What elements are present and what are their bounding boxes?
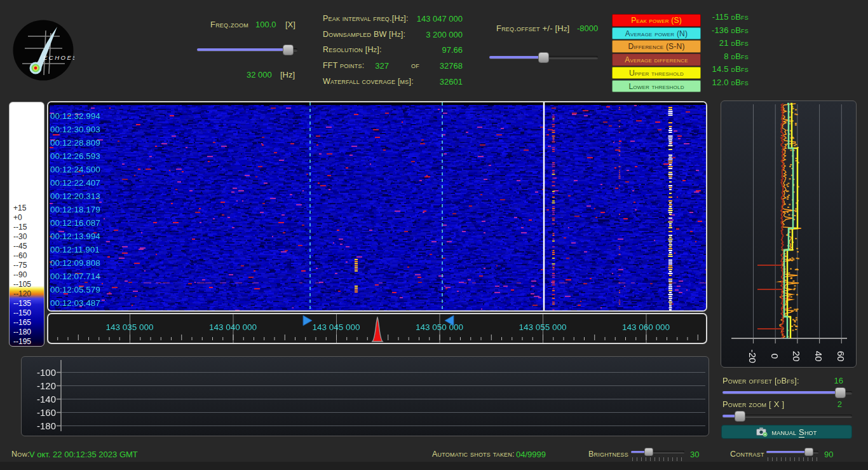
contrast-ticks — [768, 457, 818, 461]
power-zoom-slider[interactable] — [722, 411, 852, 422]
stat-label: Downsampled BW [Hz]: — [323, 30, 405, 39]
legend-button-upper-threshold[interactable]: Upper threshold — [612, 67, 701, 79]
freq-span-value: 32 000 — [247, 70, 272, 79]
waterfall-timestamp: 00:12:24.500 — [50, 165, 100, 174]
frequency-axis-panel[interactable]: 143 035 000143 040 000143 045 000143 050… — [47, 313, 707, 344]
side-tick-label: -20 — [748, 345, 758, 368]
slider-track[interactable] — [631, 451, 684, 453]
slider-fill — [722, 391, 840, 394]
scale-label: --120 — [13, 290, 43, 298]
stat-value: 97.66 — [442, 45, 463, 55]
scale-label: --195 — [13, 338, 43, 346]
shots-taken-label: Automatic shots taken: — [432, 450, 515, 459]
freq-zoom-value: 100.0 — [255, 20, 276, 29]
contrast-value: 90 — [824, 450, 833, 459]
freq-zoom-slider[interactable] — [197, 45, 297, 55]
frequency-tick-label: 143 040 000 — [205, 322, 262, 332]
scale-label: +0 — [13, 214, 43, 222]
legend-button-lower-threshold[interactable]: Lower threshold — [612, 80, 701, 93]
waterfall-timestamp: 00:12:30.903 — [50, 125, 100, 134]
manual-shot-button[interactable]: manual Shot — [721, 425, 852, 439]
slider-handle[interactable] — [835, 387, 846, 398]
stat-mid: of — [411, 61, 419, 70]
scale-label: --45 — [13, 242, 43, 251]
stat-value: 3 200 000 — [426, 30, 463, 39]
slider-track[interactable] — [197, 48, 297, 51]
legend-value: -136 dBfs — [702, 25, 749, 35]
slider-handle[interactable] — [735, 411, 745, 422]
legend-value: -115 dBfs — [702, 12, 749, 22]
slider-fill — [489, 56, 544, 59]
scale-label: --135 — [13, 300, 43, 308]
slider-track[interactable] — [722, 391, 852, 394]
freq-zoom-label: Freq.zoom — [210, 20, 248, 29]
scale-label: +15 — [13, 204, 43, 212]
scale-label: --180 — [13, 328, 43, 336]
legend-button-peak-power-s-[interactable]: Peak power (S) — [612, 14, 701, 27]
waterfall-timestamp: 00:12:18.179 — [50, 205, 100, 214]
power-tick-label: -140 — [22, 394, 56, 404]
stat-label: FFT points: — [323, 61, 364, 70]
waterfall-timestamp: 00:12:26.593 — [50, 152, 100, 161]
shot-range-right-arrow[interactable] — [302, 315, 313, 326]
power-zoom-value: 2 — [722, 399, 842, 409]
brightness-slider[interactable] — [631, 448, 684, 457]
scale-label: --75 — [13, 261, 43, 270]
scale-label: --150 — [13, 309, 43, 317]
freq-zoom-unit: [X] — [285, 20, 295, 29]
contrast-slider[interactable] — [766, 448, 818, 457]
power-offset-slider[interactable] — [722, 387, 852, 398]
side-tick-label: 20 — [792, 345, 802, 368]
now-value: V окт. 22 00:12:35 2023 GMT — [29, 450, 138, 459]
slider-handle[interactable] — [538, 52, 549, 63]
legend-value: 12.0 dBfs — [702, 78, 749, 87]
slider-handle[interactable] — [804, 448, 813, 456]
stat-value: 143 047 000 — [417, 14, 463, 24]
legend-button-average-power-n-[interactable]: Average power (N) — [612, 27, 701, 40]
slider-handle[interactable] — [644, 448, 653, 456]
legend-button-difference-s-n-[interactable]: Difference (S-N) — [612, 40, 701, 53]
brightness-ticks — [632, 457, 684, 461]
stats-panel: Peak interval freq.[Hz]:143 047 000Downs… — [323, 10, 463, 90]
freq-offset-label: Freq.offset +/- [Hz] — [496, 24, 569, 33]
legend-value: 14.5 dBfs — [702, 64, 749, 74]
shot-range-left-arrow[interactable] — [444, 315, 455, 326]
slider-fill — [766, 451, 809, 453]
side-spectrum-labels: -200204060 — [721, 101, 856, 367]
scale-label: --165 — [13, 319, 43, 327]
frequency-tick-label: 143 060 000 — [618, 322, 675, 332]
freq-offset-slider[interactable] — [489, 52, 598, 63]
waterfall-timestamp: 00:12:03.487 — [50, 299, 100, 308]
frequency-tick-label: 143 035 000 — [101, 322, 158, 332]
stat-value: 327 — [375, 61, 389, 71]
dbfs-color-scale: +15+0--15--30--45--60--75--90--105--120-… — [9, 102, 44, 347]
power-plot-labels: -100-120-140-160-180 — [22, 357, 709, 436]
logo-text: ECHOES — [43, 54, 74, 61]
bottom-strip — [0, 462, 868, 470]
waterfall-timestamps: 00:12:32.99400:12:30.90300:12:28.80900:1… — [48, 102, 706, 310]
freq-offset-value: -8000 — [577, 24, 598, 33]
power-tick-label: -180 — [22, 420, 56, 431]
legend-button-average-difference[interactable]: Average difference — [612, 53, 701, 66]
stat-value: 32601 — [440, 77, 463, 86]
scale-label: --105 — [13, 280, 43, 289]
waterfall-timestamp: 00:12:32.994 — [50, 112, 100, 121]
waterfall-timestamp: 00:12:07.714 — [50, 272, 100, 281]
waterfall-timestamp: 00:12:28.809 — [50, 139, 100, 148]
stat-label: Resolution [Hz]: — [323, 45, 382, 54]
side-tick-label: 40 — [814, 345, 824, 368]
stat-label: Peak interval freq.[Hz]: — [323, 14, 409, 23]
frequency-axis-labels: 143 035 000143 040 000143 045 000143 050… — [48, 314, 706, 343]
now-label: Now: — [11, 450, 30, 459]
frequency-tick-label: 143 045 000 — [308, 322, 365, 332]
echoes-logo: ECHOES — [13, 18, 74, 84]
frequency-tick-label: 143 055 000 — [514, 322, 571, 332]
power-tick-label: -160 — [22, 407, 56, 417]
waterfall-panel[interactable]: 00:12:32.99400:12:30.90300:12:28.80900:1… — [47, 101, 707, 312]
slider-handle[interactable] — [283, 45, 294, 55]
power-tick-label: -120 — [22, 380, 56, 391]
legend-value: 8 dBfs — [702, 52, 749, 61]
slider-fill — [197, 48, 288, 51]
waterfall-timestamp: 00:12:09.808 — [50, 259, 100, 268]
waterfall-timestamp: 00:12:22.407 — [50, 179, 100, 188]
